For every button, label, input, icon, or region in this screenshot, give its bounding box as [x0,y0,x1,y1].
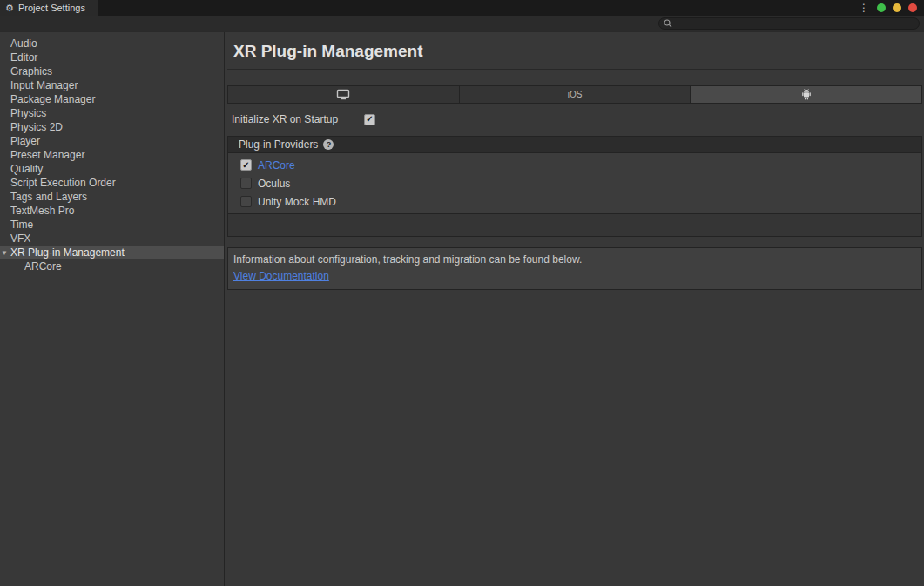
sidebar-item-audio[interactable]: Audio [0,37,224,51]
sidebar-item-label: Quality [10,163,43,175]
sidebar-item-label: Physics 2D [10,121,63,133]
project-settings-window: ⚙ Project Settings ⋮ AudioEditorGraphics… [0,0,924,586]
sidebar-item-label: Preset Manager [10,149,84,161]
desktop-icon [336,89,350,100]
search-icon [664,19,672,28]
sidebar-item-textmesh-pro[interactable]: TextMesh Pro [0,204,224,218]
sidebar-item-label: Editor [10,51,37,64]
page-title: XR Plug-in Management [233,42,922,61]
sidebar-item-arcore[interactable]: ARCore [0,259,224,273]
sidebar-item-editor[interactable]: Editor [0,51,224,64]
sidebar-item-player[interactable]: Player [0,134,224,148]
search-field[interactable] [658,17,920,30]
sidebar-item-label: Player [10,135,40,147]
sidebar-item-label: Time [10,219,33,231]
providers-footer [228,214,921,236]
sidebar-item-label: TextMesh Pro [10,205,74,217]
provider-checkbox-oculus[interactable] [240,178,252,189]
sidebar-item-label: Script Execution Order [10,177,116,189]
plugin-providers-title: Plug-in Providers [239,138,318,151]
search-input[interactable] [676,18,919,29]
provider-label[interactable]: Oculus [258,178,290,190]
sidebar-item-label: Package Manager [10,93,95,105]
sidebar-item-label: Audio [10,37,37,50]
sidebar-item-label: Input Manager [10,79,78,91]
sidebar-list: AudioEditorGraphicsInput ManagerPackage … [0,37,224,273]
titlebar: ⚙ Project Settings ⋮ [0,0,924,16]
search-row [0,16,924,32]
sidebar-item-script-execution-order[interactable]: Script Execution Order [0,176,224,190]
plugin-providers-section: Plug-in Providers ? ✓ARCoreOculusUnity M… [227,136,922,237]
initialize-xr-checkbox[interactable]: ✓ [364,114,375,125]
sidebar-item-label: VFX [10,232,30,245]
help-icon[interactable]: ? [323,139,334,150]
plugin-providers-header: Plug-in Providers ? [228,137,921,152]
sidebar-item-graphics[interactable]: Graphics [0,64,224,78]
sidebar-item-label: ARCore [24,260,62,273]
android-icon [801,89,812,100]
sidebar-item-input-manager[interactable]: Input Manager [0,78,224,92]
sidebar-item-physics[interactable]: Physics [0,106,224,120]
tab-ios-label: iOS [568,90,583,99]
sidebar-item-physics-2d[interactable]: Physics 2D [0,120,224,134]
expand-triangle-icon[interactable]: ▼ [1,246,8,260]
window-control-red[interactable] [908,3,917,12]
view-documentation-link[interactable]: View Documentation [233,270,329,282]
provider-row-oculus: Oculus [228,174,921,192]
sidebar-item-tags-and-layers[interactable]: Tags and Layers [0,190,224,204]
sidebar-item-label: Physics [10,107,46,119]
info-box: Information about configuration, trackin… [227,247,922,290]
provider-label[interactable]: ARCore [258,159,295,172]
platform-tabstrip: iOS [227,85,922,104]
settings-sidebar: AudioEditorGraphicsInput ManagerPackage … [0,32,225,586]
sidebar-item-label: XR Plug-in Management [10,246,125,259]
tab-android[interactable] [691,86,921,103]
window-body: AudioEditorGraphicsInput ManagerPackage … [0,32,924,586]
tab-ios[interactable]: iOS [460,86,691,103]
provider-checkbox-arcore[interactable]: ✓ [240,159,252,171]
sidebar-item-label: Graphics [10,65,52,77]
window-tab-project-settings[interactable]: ⚙ Project Settings [0,0,98,16]
provider-checkbox-unity-mock-hmd[interactable] [240,196,252,207]
sidebar-item-vfx[interactable]: VFX [0,232,224,246]
kebab-menu-icon[interactable]: ⋮ [859,3,869,13]
info-text: Information about configuration, trackin… [233,253,921,266]
sidebar-item-time[interactable]: Time [0,218,224,232]
initialize-xr-label: Initialize XR on Startup [232,113,364,125]
sidebar-item-package-manager[interactable]: Package Manager [0,92,224,106]
sidebar-item-preset-manager[interactable]: Preset Manager [0,148,224,162]
window-control-yellow[interactable] [893,3,901,12]
sidebar-item-quality[interactable]: Quality [0,162,224,176]
sidebar-item-label: Tags and Layers [10,191,87,203]
initialize-xr-row: Initialize XR on Startup ✓ [232,112,922,126]
window-title: Project Settings [18,3,85,13]
sidebar-item-xr-plug-in-management[interactable]: ▼XR Plug-in Management [0,246,224,259]
provider-row-unity-mock-hmd: Unity Mock HMD [228,192,921,211]
provider-label[interactable]: Unity Mock HMD [258,196,336,208]
provider-row-arcore: ✓ARCore [228,156,921,174]
title-divider [227,69,922,70]
tab-desktop[interactable] [228,86,459,103]
main-panel: XR Plug-in Management iOS [225,32,924,586]
provider-list: ✓ARCoreOculusUnity Mock HMD [228,152,921,214]
gear-icon: ⚙ [5,3,14,13]
window-control-green[interactable] [877,3,886,12]
